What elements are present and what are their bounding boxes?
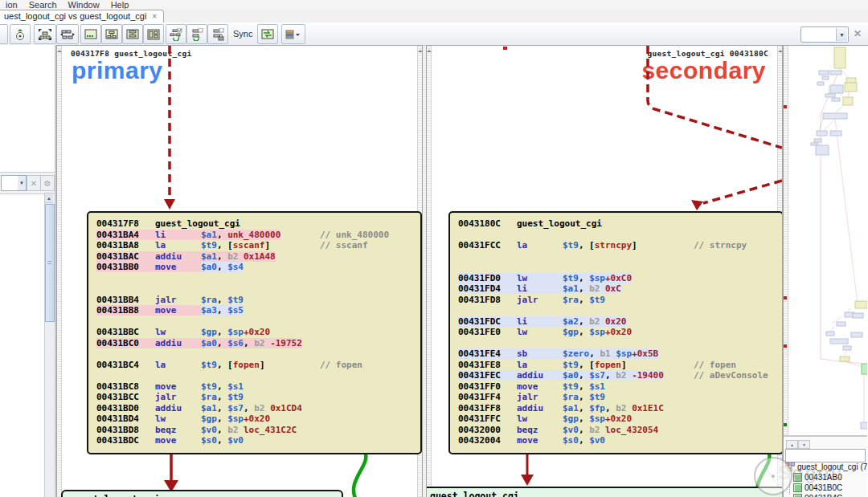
exit-block-secondary[interactable]: guest_logout_cgi xyxy=(426,487,783,497)
block-header-line: 004317F8guest_logout_cgi xyxy=(96,218,420,230)
toolbar-search-clear-button[interactable]: ✕ xyxy=(850,26,865,41)
tree-item-label: 00431AB0 xyxy=(805,473,842,482)
code-line: 00432000beqz$v0, b2 loc_432054 xyxy=(458,425,782,436)
sync-label: Sync xyxy=(233,29,252,39)
code-line: 00431FF0move$t9, $s1 xyxy=(458,381,782,393)
tree-root-function[interactable]: guest_logout_cgi (72 / 7 xyxy=(785,462,867,471)
combined-view-icon xyxy=(147,29,160,40)
layout-lock-button[interactable] xyxy=(207,24,228,44)
block-header-line: 0043180Cguest_logout_cgi xyxy=(458,218,782,230)
right-sidebar: ▲ ▼ guest_logout_cgi (72 / 7 00431AB0004… xyxy=(783,45,868,497)
code-line: 00431FF4jalr$ra, $t9 xyxy=(458,392,782,403)
basic-block-icon xyxy=(793,494,802,497)
collapse-down-icon[interactable]: ▼ xyxy=(798,440,810,449)
auto-layout-button[interactable] xyxy=(166,24,186,44)
tree-item-basic-block[interactable]: 00431B0C xyxy=(793,483,842,492)
menu-item-help[interactable]: Help xyxy=(111,0,129,9)
menu-item-selection[interactable]: ion xyxy=(6,0,18,9)
code-line xyxy=(96,370,420,381)
secondary-label: secondary xyxy=(641,57,766,84)
lock-icon xyxy=(211,28,224,41)
code-line: 00431BA4li$a1, unk_480000// unk_480000 xyxy=(96,230,420,241)
scrollbar-up-icon[interactable]: ▲ xyxy=(45,194,53,203)
code-line: 00431BD0addiu$a1, $s7, b2 0x1CD4 xyxy=(96,403,420,414)
tab-close-icon[interactable]: × xyxy=(152,12,157,21)
code-line: 00431BD4lw$gp, $sp+0x20 xyxy=(96,413,420,425)
code-line: 00431FCCla$t9, [strncpy]// strncpy xyxy=(458,240,782,251)
secondary-left-scroll-strip[interactable] xyxy=(427,46,432,497)
fit-graph-button[interactable] xyxy=(34,24,56,44)
code-line: 00431FF8addiu$a1, $fp, b2 0x1E1C xyxy=(458,403,782,414)
code-line xyxy=(458,262,782,273)
code-line: 00431BC4la$t9, [fopen]// fopen xyxy=(96,360,420,371)
code-line: 00431BACaddiu$a1, b2 0x1A48 xyxy=(96,251,420,263)
edge-offscreen-marker xyxy=(503,47,507,50)
code-line xyxy=(458,230,782,241)
primary-graph-panel[interactable]: 004317F8 guest_logout_cgi primary 004317… xyxy=(56,45,423,497)
circular-layout-icon xyxy=(190,28,203,41)
code-line: 00431FD0lw$t9, $sp+0xC0 xyxy=(458,273,782,284)
exit-block-primary-label: guest_logout_cgi xyxy=(71,494,160,497)
code-line xyxy=(96,273,420,284)
code-line: 00431BCCjalr$ra, $t9 xyxy=(96,392,420,403)
code-line: 00431FE4sb$zero, b1 $sp+0x5B xyxy=(458,348,782,360)
combobox-dropdown-icon[interactable]: ▼ xyxy=(836,28,847,41)
tree-item-basic-block[interactable]: 00431B4C xyxy=(793,493,842,497)
tree-root-label: guest_logout_cgi (72 / 7 xyxy=(797,462,867,471)
proximity-view-button[interactable] xyxy=(80,24,101,44)
menu-item-window[interactable]: Window xyxy=(68,0,100,9)
center-view-icon xyxy=(14,28,27,41)
code-line xyxy=(96,283,420,295)
primary-left-scroll-strip[interactable] xyxy=(57,46,62,497)
combined-view-button[interactable] xyxy=(143,24,164,44)
overview-scroll-strip[interactable] xyxy=(784,46,788,435)
code-line xyxy=(458,251,782,263)
exit-block-secondary-label: guest_logout_cgi xyxy=(430,491,519,497)
basic-block-icon xyxy=(793,473,802,482)
overview-minimap xyxy=(784,46,867,435)
filter-dropdown-icon[interactable]: ▼ xyxy=(18,176,26,190)
scrollbar-thumb[interactable] xyxy=(45,204,55,322)
sync-views-button[interactable] xyxy=(257,24,278,44)
code-line: 00431BD8beqz$v0, b2 loc_431C2C xyxy=(96,425,420,436)
circular-layout-button[interactable] xyxy=(186,24,207,44)
tab-bar: uest_logout_cgi vs guest_logout_cgi× xyxy=(0,9,868,23)
clear-filter-button[interactable]: ✕ xyxy=(27,175,41,191)
exit-block-primary[interactable]: guest_logout_cgi xyxy=(61,490,343,497)
primary-label: primary xyxy=(72,57,163,84)
fit-selection-button[interactable] xyxy=(56,24,79,44)
center-view-button[interactable] xyxy=(10,24,31,44)
left-scrollbar[interactable]: ▲ xyxy=(44,193,55,497)
code-line xyxy=(96,348,420,360)
left-side-pane: ▼ ✕ ⚙ ▲ xyxy=(0,45,56,497)
diff-tab-label: uest_logout_cgi vs guest_logout_cgi xyxy=(4,11,146,21)
code-line xyxy=(96,316,420,328)
callgraph-view-icon xyxy=(105,29,118,40)
graph-overview-panel[interactable] xyxy=(784,46,867,437)
code-line: 00431BBClw$gp, $sp+0x20 xyxy=(96,327,420,338)
bindiff-flowgraph-window: ionSearchWindowHelp uest_logout_cgi vs g… xyxy=(0,0,868,497)
graph-selector-dropdown[interactable] xyxy=(281,24,305,44)
proximity-view-icon xyxy=(84,29,97,40)
basic-block-secondary[interactable]: 0043180Cguest_logout_cgi 00431FCCla$t9, … xyxy=(448,211,783,454)
graph-selector-icon xyxy=(285,29,301,40)
sync-views-icon xyxy=(261,29,274,39)
clipped-toolbar-button[interactable] xyxy=(0,24,8,44)
toolbar-search-combobox[interactable]: ▼ xyxy=(800,26,849,43)
callgraph-view-button[interactable] xyxy=(101,24,122,44)
menu-item-search[interactable]: Search xyxy=(29,0,57,9)
basic-block-primary[interactable]: 004317F8guest_logout_cgi00431BA4li$a1, u… xyxy=(87,211,422,454)
graph-toolbar: Sync ▼ ✕ xyxy=(0,22,868,46)
code-line: 00431BB0move$a0, $s4 xyxy=(96,262,420,273)
function-search-input[interactable] xyxy=(785,449,866,462)
tree-item-basic-block[interactable]: 00431AB0 xyxy=(793,472,842,482)
settings-gear-button[interactable]: ⚙ xyxy=(40,175,55,191)
secondary-graph-panel[interactable]: guest_logout_cgi 0043180C secondary 0043… xyxy=(426,45,783,497)
code-line: 00431BA8la$t9, [sscanf]// sscanf xyxy=(96,240,420,251)
code-line: 00431BC0addiu$a0, $s6, b2 -19752 xyxy=(96,338,420,349)
collapse-up-icon[interactable]: ▲ xyxy=(786,440,798,449)
code-line: 00431BC8move$t9, $s1 xyxy=(96,381,420,393)
flowgraph-view-button[interactable] xyxy=(122,24,143,44)
filter-combobox[interactable]: ▼ xyxy=(1,175,27,191)
fit-graph-icon xyxy=(38,28,52,41)
